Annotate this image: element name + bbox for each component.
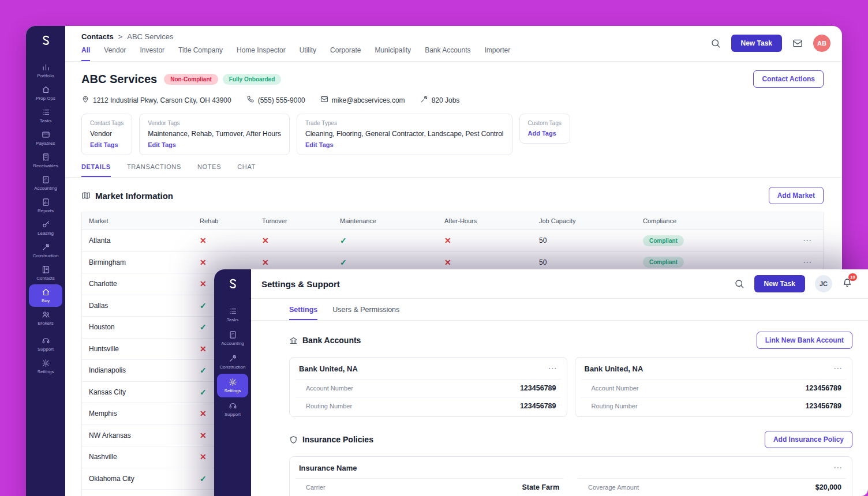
tab-utility[interactable]: Utility xyxy=(300,46,316,61)
after-hours-cell: ✕ xyxy=(437,236,532,245)
market-name-cell: Indianapolis xyxy=(82,366,193,374)
edit-tags-link[interactable]: Edit Tags xyxy=(90,141,124,148)
sidebar-item-prop-ops[interactable]: Prop Ops xyxy=(29,82,62,104)
bank-cards-row: Bank United, NA ⋯ Account Number 1234567… xyxy=(289,357,852,417)
add-market-button[interactable]: Add Market xyxy=(769,187,824,204)
tab-title-company[interactable]: Title Company xyxy=(178,46,223,61)
insurance-left-column: Carrier State Farm Policy Number 1234567… xyxy=(295,478,564,496)
bank-accounts-section: Bank Accounts Link New Bank Account Bank… xyxy=(289,332,852,417)
market-table-header: MarketRehabTurnoverMaintenanceAfter-Hour… xyxy=(82,212,823,230)
market-name-cell: Memphis xyxy=(82,409,193,418)
new-task-button[interactable]: New Task xyxy=(754,275,805,292)
sidebar-item-accounting[interactable]: Accounting xyxy=(29,172,62,194)
sidebar-item-leasing[interactable]: Leasing xyxy=(29,217,62,239)
tab-transactions[interactable]: TRANSACTIONS xyxy=(127,163,181,177)
tab-details[interactable]: DETAILS xyxy=(81,163,111,177)
market-name-cell: Dallas xyxy=(82,302,193,310)
tab-users-permissions[interactable]: Users & Permissions xyxy=(332,306,399,320)
receipt-icon xyxy=(42,153,50,161)
sidebar-item-settings[interactable]: Settings xyxy=(29,355,62,378)
tag-card-value: Maintenance, Rehab, Turnover, After Hour… xyxy=(148,130,281,138)
card-menu-button[interactable]: ⋯ xyxy=(548,363,558,374)
map-icon xyxy=(81,191,91,200)
sidebar-item-tasks[interactable]: Tasks xyxy=(217,303,248,326)
jobs-icon xyxy=(420,95,428,105)
compliance-cell: Compliant xyxy=(636,257,767,268)
x-icon: ✕ xyxy=(200,452,207,461)
home-icon xyxy=(42,288,50,296)
card-menu-button[interactable]: ⋯ xyxy=(833,363,843,374)
mail-icon[interactable] xyxy=(792,38,803,48)
jobs-item: 820 Jobs xyxy=(420,95,460,105)
edit-tags-link[interactable]: Edit Tags xyxy=(305,141,504,148)
tab-home-inspector[interactable]: Home Inspector xyxy=(237,46,286,61)
app-logo-icon xyxy=(225,277,240,294)
sidebar-item-support[interactable]: Support xyxy=(29,333,62,355)
search-icon[interactable] xyxy=(710,38,721,48)
tab-chat[interactable]: CHAT xyxy=(237,163,256,177)
edit-tags-link[interactable]: Edit Tags xyxy=(148,141,281,148)
check-icon: ✓ xyxy=(200,474,207,483)
tab-all[interactable]: All xyxy=(81,46,90,61)
sidebar-item-settings[interactable]: Settings xyxy=(217,374,248,397)
market-name-cell: Kansas City xyxy=(82,388,193,396)
gear-icon xyxy=(42,359,50,367)
tab-notes[interactable]: NOTES xyxy=(197,163,221,177)
sidebar-item-reports[interactable]: Reports xyxy=(29,194,62,217)
market-table-row: Atlanta ✕ ✕ ✓ ✕ 50 Compliant ⋯ xyxy=(82,230,823,252)
user-avatar[interactable]: AB xyxy=(813,35,830,52)
tab-importer[interactable]: Importer xyxy=(485,46,511,61)
add-tags-link[interactable]: Add Tags xyxy=(528,130,562,137)
tab-corporate[interactable]: Corporate xyxy=(330,46,361,61)
sidebar-item-tasks[interactable]: Tasks xyxy=(29,104,62,127)
row-menu-button[interactable]: ⋯ xyxy=(767,235,823,246)
sidebar-item-receivables[interactable]: Receivables xyxy=(29,149,62,172)
sidebar-item-payables[interactable]: Payables xyxy=(29,127,62,149)
sidebar-item-accounting[interactable]: Accounting xyxy=(217,326,248,350)
sidebar-item-brokers[interactable]: Brokers xyxy=(29,307,62,329)
tag-card-title: Trade Types xyxy=(305,120,504,126)
contacts-icon xyxy=(42,265,50,274)
user-avatar[interactable]: JC xyxy=(815,275,832,292)
market-name-cell: Atlanta xyxy=(82,236,193,245)
sidebar-item-contacts[interactable]: Contacts xyxy=(29,262,62,284)
card-menu-button[interactable]: ⋯ xyxy=(833,463,843,473)
sidebar-item-construction[interactable]: Construction xyxy=(29,239,62,262)
sidebar-item-buy[interactable]: Buy xyxy=(29,284,62,307)
column-turnover: Turnover xyxy=(255,212,333,230)
check-icon: ✓ xyxy=(340,258,347,267)
new-task-button[interactable]: New Task xyxy=(731,35,782,52)
add-insurance-policy-button[interactable]: Add Insurance Policy xyxy=(765,431,852,448)
maintenance-cell: ✓ xyxy=(333,236,437,245)
notification-badge: 10 xyxy=(848,273,857,281)
x-icon: ✕ xyxy=(200,431,207,440)
sidebar-item-construction[interactable]: Construction xyxy=(217,350,248,374)
breadcrumb-contacts[interactable]: Contacts xyxy=(81,32,114,41)
sidebar-item-portfolio[interactable]: Portfolio xyxy=(29,59,62,82)
market-name-cell: Oklahoma City xyxy=(82,475,193,483)
tab-bank-accounts[interactable]: Bank Accounts xyxy=(425,46,470,61)
tab-investor[interactable]: Investor xyxy=(140,46,164,61)
sidebar-item-support[interactable]: Support xyxy=(217,397,248,421)
contact-actions-button[interactable]: Contact Actions xyxy=(753,70,824,88)
desktop-background: Portfolio Prop Ops Tasks Payables Receiv… xyxy=(0,0,868,496)
tab-municipality[interactable]: Municipality xyxy=(375,46,411,61)
market-name-cell: NW Arkansas xyxy=(82,431,193,439)
maintenance-cell: ✓ xyxy=(333,258,437,267)
tag-card: Custom Tags Add Tags xyxy=(519,114,570,144)
tag-card: Trade Types Cleaning, Flooring, General … xyxy=(297,114,512,155)
email-icon xyxy=(320,95,328,105)
field-label: Account Number xyxy=(306,385,353,392)
email-text: mike@abcservices.com xyxy=(332,96,405,104)
jobs-text: 820 Jobs xyxy=(432,96,460,104)
notifications-button[interactable]: 10 xyxy=(842,277,852,290)
row-menu-button[interactable]: ⋯ xyxy=(767,257,823,268)
field-row: Routing Number 123456789 xyxy=(295,397,561,415)
search-icon[interactable] xyxy=(734,279,744,289)
tab-settings[interactable]: Settings xyxy=(289,306,317,320)
x-icon: ✕ xyxy=(444,236,451,245)
compliance-cell: Compliant xyxy=(636,235,767,246)
tab-vendor[interactable]: Vendor xyxy=(104,46,126,61)
field-row: Routing Number 123456789 xyxy=(581,397,847,415)
link-new-bank-account-button[interactable]: Link New Bank Account xyxy=(757,332,852,349)
